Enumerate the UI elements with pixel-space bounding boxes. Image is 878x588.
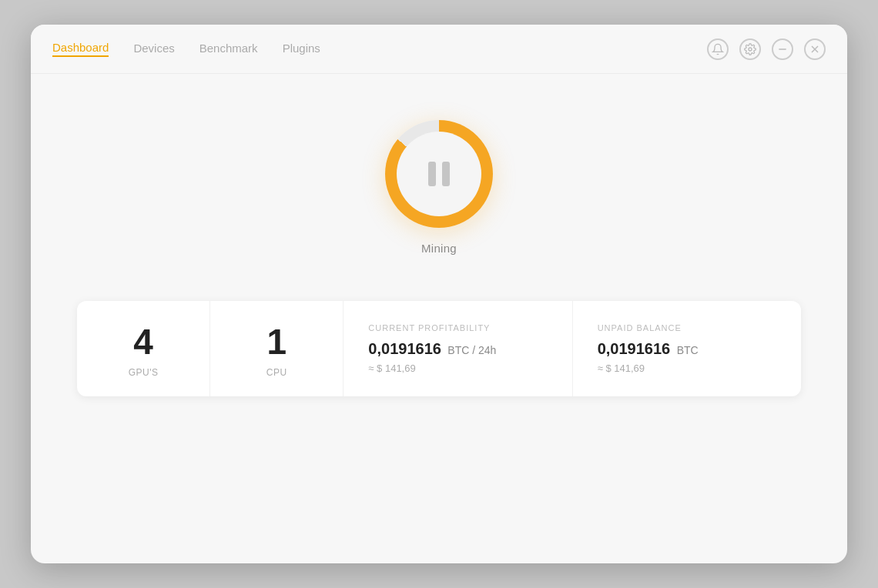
balance-title: UNPAID BALANCE — [598, 323, 776, 332]
cpu-count-value: 1 — [266, 324, 287, 359]
pause-icon — [428, 162, 450, 186]
profitability-sub: ≈ $ 141,69 — [368, 362, 547, 374]
nav-item-plugins[interactable]: Plugins — [283, 42, 320, 56]
pause-bar-right — [442, 162, 450, 186]
profitability-card: CURRENT PROFITABILITY 0,0191616 BTC / 24… — [343, 301, 572, 396]
balance-unit: BTC — [677, 344, 699, 356]
balance-card: UNPAID BALANCE 0,0191616 BTC ≈ $ 141,69 — [573, 301, 801, 396]
close-icon — [809, 43, 821, 55]
nav-item-dashboard[interactable]: Dashboard — [52, 41, 109, 57]
profitability-value-row: 0,0191616 BTC / 24h — [368, 340, 547, 358]
balance-value: 0,0191616 — [598, 340, 671, 357]
mining-button-inner — [397, 132, 481, 216]
mining-area: Mining — [385, 120, 493, 255]
notifications-button[interactable] — [707, 38, 729, 60]
close-button[interactable] — [804, 38, 826, 60]
balance-sub: ≈ $ 141,69 — [598, 362, 776, 374]
cpu-count-label: CPU — [266, 367, 287, 378]
minimize-button[interactable] — [772, 38, 793, 60]
nav-item-benchmark[interactable]: Benchmark — [199, 42, 258, 56]
balance-value-row: 0,0191616 BTC — [598, 340, 776, 358]
svg-point-0 — [749, 48, 752, 51]
cpu-stat-card: 1 CPU — [210, 301, 343, 396]
title-bar: Dashboard Devices Benchmark Plugins — [31, 25, 847, 74]
gpu-stat-card: 4 GPU'S — [77, 301, 210, 396]
main-content: Mining 4 GPU'S 1 CPU CURRENT PROFITABILI… — [31, 74, 847, 563]
gear-icon — [744, 43, 756, 55]
gpu-count-label: GPU'S — [129, 367, 159, 378]
gpu-count-value: 4 — [133, 324, 153, 359]
profitability-title: CURRENT PROFITABILITY — [368, 323, 547, 332]
window-controls — [707, 38, 826, 60]
settings-button[interactable] — [739, 38, 761, 60]
minimize-icon — [776, 43, 789, 55]
bell-icon — [712, 43, 724, 55]
stats-row: 4 GPU'S 1 CPU CURRENT PROFITABILITY 0,01… — [77, 301, 801, 396]
profitability-value: 0,0191616 — [368, 340, 441, 357]
pause-bar-left — [428, 162, 436, 186]
app-window: Dashboard Devices Benchmark Plugins — [31, 25, 847, 563]
nav-item-devices[interactable]: Devices — [133, 42, 174, 56]
profitability-unit: BTC / 24h — [447, 344, 496, 356]
mining-state-label: Mining — [421, 242, 457, 255]
mining-toggle-button[interactable] — [385, 120, 493, 228]
nav-bar: Dashboard Devices Benchmark Plugins — [52, 41, 320, 57]
